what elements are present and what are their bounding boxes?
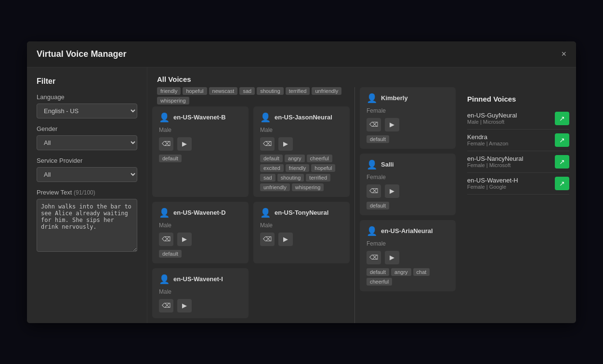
right-voices-panel: 👤 Kimberly Female ⌫ ▶ default bbox=[354, 87, 460, 323]
unpin-button[interactable]: ↗ bbox=[555, 112, 569, 125]
tag: cheerful bbox=[367, 278, 392, 286]
tag: cheerful bbox=[307, 155, 332, 162]
play-button[interactable]: ▶ bbox=[177, 299, 192, 312]
voice-actions: ⌫ ▶ bbox=[260, 233, 343, 246]
tags-row: default angry cheerful excited friendly … bbox=[260, 155, 343, 191]
user-icon: 👤 bbox=[367, 226, 377, 236]
user-icon: 👤 bbox=[159, 208, 170, 218]
tag: unfriendly bbox=[260, 183, 290, 191]
tag: chat bbox=[413, 268, 430, 276]
tag: default bbox=[260, 155, 283, 162]
all-voices-header: All Voices bbox=[147, 67, 576, 87]
voice-actions: ⌫ ▶ bbox=[159, 137, 242, 151]
pinned-item: Kendra Female | Amazon ↗ bbox=[467, 130, 569, 151]
user-icon: 👤 bbox=[260, 208, 271, 218]
voice-actions: ⌫ ▶ bbox=[367, 118, 449, 131]
voice-gender: Male bbox=[260, 127, 343, 133]
voice-card-header: 👤 Salli bbox=[367, 159, 449, 170]
pinned-sub: Female | Google bbox=[467, 184, 518, 190]
tag: excited bbox=[260, 164, 284, 172]
language-select[interactable]: English - US English - UK Spanish French… bbox=[37, 104, 137, 118]
voice-gender: Female bbox=[367, 107, 449, 114]
pin-button[interactable]: ⌫ bbox=[367, 251, 381, 264]
gender-select[interactable]: All Male Female bbox=[37, 135, 137, 150]
preview-label: Preview Text (91/100) bbox=[37, 189, 137, 196]
pin-button[interactable]: ⌫ bbox=[260, 233, 275, 246]
voices-area: friendly hopeful newscast sad shouting t… bbox=[147, 87, 576, 323]
voice-actions: ⌫ ▶ bbox=[159, 299, 242, 312]
pin-button[interactable]: ⌫ bbox=[159, 137, 173, 151]
pinned-sub: Female | Microsoft bbox=[467, 162, 523, 168]
pin-button[interactable]: ⌫ bbox=[159, 299, 173, 312]
voice-card: 👤 en-US-JasonNeural Male ⌫ ▶ default bbox=[253, 106, 350, 197]
preview-textarea[interactable]: John walks into the bar to see Alice alr… bbox=[37, 199, 137, 252]
voice-card-header: 👤 en-US-Wavenet-I bbox=[159, 274, 242, 285]
voice-gender: Male bbox=[159, 222, 242, 229]
tag-default: default bbox=[367, 202, 389, 209]
play-button[interactable]: ▶ bbox=[385, 118, 399, 131]
voice-card-header: 👤 en-US-JasonNeural bbox=[260, 112, 343, 123]
voice-card-header: 👤 en-US-TonyNeural bbox=[260, 208, 343, 218]
voice-card: 👤 en-US-TonyNeural Male ⌫ ▶ bbox=[253, 202, 350, 263]
play-button[interactable]: ▶ bbox=[177, 137, 192, 151]
tag: shouting bbox=[277, 174, 304, 182]
voice-card-header: 👤 Kimberly bbox=[367, 93, 449, 104]
user-icon: 👤 bbox=[159, 274, 170, 285]
tag: angry bbox=[285, 155, 305, 162]
voice-gender: Male bbox=[159, 288, 242, 295]
all-voices-panel: friendly hopeful newscast sad shouting t… bbox=[147, 87, 354, 323]
user-icon: 👤 bbox=[159, 112, 170, 123]
modal-body: Filter Language English - US English - U… bbox=[27, 67, 576, 323]
tag: friendly bbox=[157, 87, 181, 95]
unpin-button[interactable]: ↗ bbox=[555, 177, 569, 190]
gender-label: Gender bbox=[37, 125, 137, 132]
tag: newscast bbox=[209, 87, 238, 95]
pinned-voices-panel: Pinned Voices en-US-GuyNeural Male | Mic… bbox=[460, 87, 576, 323]
play-button[interactable]: ▶ bbox=[177, 233, 192, 246]
voice-name: en-US-TonyNeural bbox=[275, 209, 328, 216]
modal: Virtual Voice Manager × Filter Language … bbox=[27, 41, 576, 323]
pinned-info: en-US-Wavenet-H Female | Google bbox=[467, 177, 518, 190]
voice-card: 👤 en-US-AriaNeural Female ⌫ ▶ default an… bbox=[360, 220, 456, 291]
play-button[interactable]: ▶ bbox=[278, 233, 293, 246]
voice-name: en-US-Wavenet-I bbox=[173, 275, 223, 283]
play-button[interactable]: ▶ bbox=[385, 251, 399, 264]
unpin-button[interactable]: ↗ bbox=[555, 133, 569, 147]
voice-name: en-US-AriaNeural bbox=[381, 227, 433, 234]
voice-gender: Female bbox=[367, 174, 449, 181]
modal-overlay: Virtual Voice Manager × Filter Language … bbox=[0, 0, 603, 364]
pin-button[interactable]: ⌫ bbox=[367, 118, 381, 131]
play-button[interactable]: ▶ bbox=[278, 137, 293, 151]
tag: default bbox=[367, 268, 389, 276]
main-content: All Voices friendly hopeful newscast sad… bbox=[147, 67, 576, 323]
voice-gender: Male bbox=[260, 222, 343, 229]
pin-button[interactable]: ⌫ bbox=[159, 233, 173, 246]
tag: friendly bbox=[286, 164, 309, 172]
voices-grid: 👤 en-US-Wavenet-B Male ⌫ ▶ default bbox=[152, 106, 350, 318]
language-label: Language bbox=[37, 93, 137, 101]
tag: whispering bbox=[157, 97, 189, 104]
tag: sad bbox=[260, 174, 275, 182]
pinned-sub: Female | Amazon bbox=[467, 141, 508, 146]
tag: hopeful bbox=[183, 87, 207, 95]
pinned-sub: Male | Microsoft bbox=[467, 119, 517, 125]
close-button[interactable]: × bbox=[561, 50, 566, 58]
user-icon: 👤 bbox=[260, 112, 271, 123]
tag: terrified bbox=[286, 87, 310, 95]
pinned-info: en-US-GuyNeural Male | Microsoft bbox=[467, 112, 517, 125]
pinned-name: en-US-Wavenet-H bbox=[467, 177, 518, 184]
tags-row: default bbox=[367, 135, 449, 143]
voice-name: Salli bbox=[381, 161, 394, 168]
voice-name: en-US-JasonNeural bbox=[275, 114, 332, 121]
pin-button[interactable]: ⌫ bbox=[367, 184, 381, 198]
service-select[interactable]: All Google Amazon Microsoft bbox=[37, 167, 137, 182]
unpin-button[interactable]: ↗ bbox=[555, 155, 569, 169]
user-icon: 👤 bbox=[367, 93, 377, 104]
modal-title: Virtual Voice Manager bbox=[37, 49, 126, 59]
play-button[interactable]: ▶ bbox=[385, 184, 399, 198]
voice-actions: ⌫ ▶ bbox=[159, 233, 242, 246]
voice-card: 👤 en-US-Wavenet-D Male ⌫ ▶ default bbox=[152, 202, 249, 263]
pinned-item: en-US-GuyNeural Male | Microsoft ↗ bbox=[467, 108, 569, 130]
pinned-item: en-US-Wavenet-H Female | Google ↗ bbox=[467, 173, 569, 195]
pin-button[interactable]: ⌫ bbox=[260, 137, 275, 151]
